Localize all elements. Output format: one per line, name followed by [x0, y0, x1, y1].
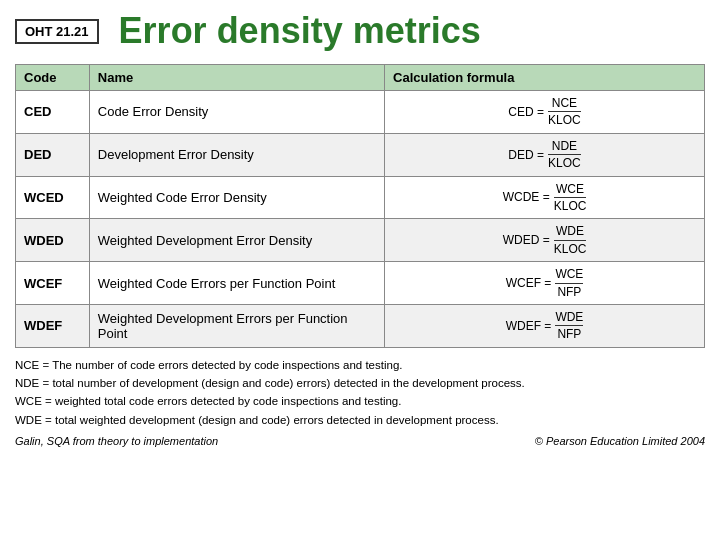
- name-cell: Weighted Code Error Density: [89, 176, 384, 219]
- numerator: NDE: [548, 139, 581, 155]
- formula-cell: WCDE = WCE KLOC: [385, 176, 705, 219]
- formula-expression: WDEF = WDE NFP: [506, 310, 584, 342]
- fraction: NDE KLOC: [548, 139, 581, 171]
- col-header-code: Code: [16, 65, 90, 91]
- footnote-line: WCE = weighted total code errors detecte…: [15, 392, 705, 410]
- metrics-table: Code Name Calculation formula CEDCode Er…: [15, 64, 705, 348]
- code-cell: WCED: [16, 176, 90, 219]
- table-row: WCEDWeighted Code Error Density WCDE = W…: [16, 176, 705, 219]
- formula-cell: WDEF = WDE NFP: [385, 304, 705, 347]
- header: OHT 21.21 Error density metrics: [15, 10, 705, 52]
- denominator: NFP: [557, 326, 581, 341]
- table-row: CEDCode Error Density CED = NCE KLOC: [16, 91, 705, 134]
- formula-cell: WDED = WDE KLOC: [385, 219, 705, 262]
- formula-lhs: WCDE =: [503, 190, 550, 204]
- fraction: WDE KLOC: [554, 224, 587, 256]
- name-cell: Development Error Density: [89, 133, 384, 176]
- code-cell: WDEF: [16, 304, 90, 347]
- footnote-line: NCE = The number of code errors detected…: [15, 356, 705, 374]
- footnote-line: NDE = total number of development (desig…: [15, 374, 705, 392]
- formula-cell: DED = NDE KLOC: [385, 133, 705, 176]
- table-row: WCEFWeighted Code Errors per Function Po…: [16, 262, 705, 305]
- footer-right: © Pearson Education Limited 2004: [535, 435, 705, 447]
- fraction: NCE KLOC: [548, 96, 581, 128]
- formula-lhs: DED =: [508, 148, 544, 162]
- table-row: WDEDWeighted Development Error Density W…: [16, 219, 705, 262]
- numerator: WCE: [554, 182, 587, 198]
- oht-badge: OHT 21.21: [15, 19, 99, 44]
- formula-lhs: WDED =: [503, 233, 550, 247]
- denominator: KLOC: [554, 198, 587, 213]
- denominator: KLOC: [554, 241, 587, 256]
- numerator: WDE: [555, 310, 583, 326]
- footer-left: Galin, SQA from theory to implementation: [15, 435, 218, 447]
- footnotes: NCE = The number of code errors detected…: [15, 356, 705, 430]
- formula-expression: WDED = WDE KLOC: [503, 224, 587, 256]
- code-cell: WCEF: [16, 262, 90, 305]
- code-cell: DED: [16, 133, 90, 176]
- name-cell: Weighted Development Error Density: [89, 219, 384, 262]
- name-cell: Weighted Development Errors per Function…: [89, 304, 384, 347]
- denominator: NFP: [557, 284, 581, 299]
- page-title: Error density metrics: [119, 10, 481, 52]
- formula-lhs: WCEF =: [506, 276, 552, 290]
- table-row: WDEFWeighted Development Errors per Func…: [16, 304, 705, 347]
- formula-expression: WCEF = WCE NFP: [506, 267, 584, 299]
- formula-cell: CED = NCE KLOC: [385, 91, 705, 134]
- code-cell: CED: [16, 91, 90, 134]
- name-cell: Weighted Code Errors per Function Point: [89, 262, 384, 305]
- formula-expression: CED = NCE KLOC: [508, 96, 580, 128]
- formula-lhs: CED =: [508, 105, 544, 119]
- col-header-formula: Calculation formula: [385, 65, 705, 91]
- fraction: WCE NFP: [555, 267, 583, 299]
- numerator: NCE: [548, 96, 581, 112]
- col-header-name: Name: [89, 65, 384, 91]
- fraction: WCE KLOC: [554, 182, 587, 214]
- formula-cell: WCEF = WCE NFP: [385, 262, 705, 305]
- footnote-line: WDE = total weighted development (design…: [15, 411, 705, 429]
- table-row: DEDDevelopment Error Density DED = NDE K…: [16, 133, 705, 176]
- formula-lhs: WDEF =: [506, 319, 552, 333]
- code-cell: WDED: [16, 219, 90, 262]
- formula-expression: DED = NDE KLOC: [508, 139, 580, 171]
- numerator: WDE: [554, 224, 587, 240]
- numerator: WCE: [555, 267, 583, 283]
- denominator: KLOC: [548, 155, 581, 170]
- footer: Galin, SQA from theory to implementation…: [15, 435, 705, 447]
- name-cell: Code Error Density: [89, 91, 384, 134]
- formula-expression: WCDE = WCE KLOC: [503, 182, 587, 214]
- fraction: WDE NFP: [555, 310, 583, 342]
- denominator: KLOC: [548, 112, 581, 127]
